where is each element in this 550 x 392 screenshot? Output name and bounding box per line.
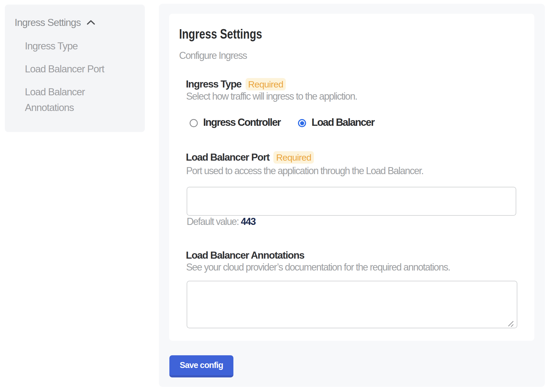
default-value-label: Default value:	[187, 216, 239, 227]
field-ingress-type-head: Ingress Type Required	[186, 78, 286, 91]
field-description-load-balancer-port: Port used to access the application thro…	[186, 165, 423, 177]
sidebar-group-header[interactable]: Ingress Settings	[15, 17, 81, 28]
default-value-number: 443	[241, 216, 255, 227]
field-label-load-balancer-annotations: Load Balancer Annotations	[186, 249, 304, 262]
field-description-load-balancer-annotations: See your cloud provider’s documentation …	[186, 262, 450, 273]
required-badge: Required	[246, 78, 286, 90]
ingress-type-radio-group: Ingress Controller Load Balancer	[190, 117, 374, 130]
sidebar-item-list: Ingress Type Load Balancer Port Load Bal…	[25, 38, 117, 123]
field-load-balancer-annotations-head: Load Balancer Annotations	[186, 249, 304, 262]
settings-panel: Ingress Settings Configure Ingress Ingre…	[159, 4, 545, 387]
sidebar-item-ingress-type[interactable]: Ingress Type	[25, 38, 117, 54]
field-label-load-balancer-port: Load Balancer Port	[186, 151, 269, 164]
chevron-up-icon[interactable]	[87, 20, 95, 25]
page-subtitle: Configure Ingress	[179, 50, 247, 61]
field-description-ingress-type: Select how traffic will ingress to the a…	[186, 91, 357, 102]
radio-label-ingress-controller[interactable]: Ingress Controller	[203, 117, 280, 128]
sidebar-item-load-balancer-annotations[interactable]: Load Balancer Annotations	[25, 84, 117, 116]
required-badge: Required	[273, 151, 314, 164]
load-balancer-port-input[interactable]	[187, 187, 516, 216]
sidebar: Ingress Settings Ingress Type Load Balan…	[5, 5, 145, 132]
radio-label-load-balancer[interactable]: Load Balancer	[311, 117, 374, 128]
load-balancer-annotations-textarea[interactable]	[187, 281, 517, 328]
page-title: Ingress Settings	[179, 26, 262, 42]
field-label-ingress-type: Ingress Type	[186, 78, 242, 91]
settings-card: Ingress Settings Configure Ingress Ingre…	[169, 14, 534, 341]
sidebar-item-load-balancer-port[interactable]: Load Balancer Port	[25, 61, 117, 77]
default-value-note: Default value: 443	[187, 216, 256, 227]
save-config-button[interactable]: Save config	[169, 355, 233, 377]
radio-button-ingress-controller[interactable]	[190, 119, 198, 127]
field-load-balancer-port-head: Load Balancer Port Required	[186, 151, 314, 164]
radio-button-load-balancer[interactable]	[298, 119, 306, 127]
